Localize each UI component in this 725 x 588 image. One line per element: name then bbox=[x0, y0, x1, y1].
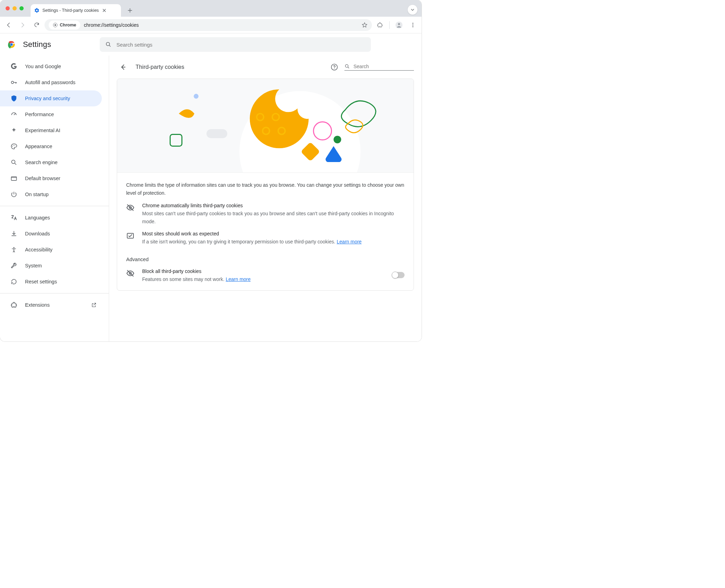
sidebar-item-label: Autofill and passwords bbox=[25, 80, 75, 85]
extensions-button[interactable] bbox=[374, 19, 386, 31]
svg-point-5 bbox=[413, 24, 414, 25]
svg-point-15 bbox=[15, 145, 15, 146]
google-g-icon bbox=[10, 63, 17, 70]
settings-search[interactable] bbox=[100, 37, 371, 52]
settings-header: Settings bbox=[0, 33, 422, 56]
svg-point-4 bbox=[413, 23, 414, 24]
gear-icon bbox=[34, 8, 40, 13]
info-should-work: Most sites should work as expected If a … bbox=[117, 229, 414, 249]
svg-rect-32 bbox=[206, 129, 227, 138]
sidebar-item-on-startup[interactable]: On startup bbox=[0, 186, 102, 202]
settings-search-input[interactable] bbox=[116, 42, 365, 48]
svg-point-14 bbox=[13, 145, 14, 146]
sidebar-item-label: Languages bbox=[25, 215, 50, 220]
sidebar-item-label: Extensions bbox=[25, 302, 50, 308]
sidebar-item-privacy-security[interactable]: Privacy and security bbox=[0, 90, 102, 106]
sidebar-item-label: On startup bbox=[25, 192, 49, 197]
chrome-logo-icon bbox=[7, 40, 16, 49]
sidebar-item-accessibility[interactable]: Accessibility bbox=[0, 242, 102, 258]
svg-point-12 bbox=[11, 81, 14, 84]
palette-icon bbox=[10, 143, 17, 150]
wrench-icon bbox=[10, 262, 17, 269]
inline-search[interactable] bbox=[344, 64, 414, 71]
sidebar-item-performance[interactable]: Performance bbox=[0, 106, 102, 122]
close-tab-button[interactable] bbox=[101, 8, 107, 13]
info-sub: Most sites can't use third-party cookies… bbox=[142, 210, 405, 225]
sidebar-item-appearance[interactable]: Appearance bbox=[0, 138, 102, 154]
open-external-icon bbox=[91, 302, 97, 308]
separator bbox=[389, 21, 390, 29]
profile-button[interactable] bbox=[393, 19, 405, 31]
address-bar[interactable]: Chrome chrome://settings/cookies bbox=[44, 19, 372, 31]
subpage-back-button[interactable] bbox=[117, 61, 129, 73]
svg-point-16 bbox=[11, 160, 15, 163]
gauge-icon bbox=[10, 111, 17, 118]
svg-point-11 bbox=[106, 42, 110, 46]
sidebar-item-default-browser[interactable]: Default browser bbox=[0, 170, 102, 186]
browser-tab[interactable]: Settings - Third-party cookies bbox=[31, 4, 121, 17]
info-title: Chrome automatically limits third-party … bbox=[142, 203, 405, 208]
svg-point-20 bbox=[334, 68, 335, 69]
search-icon bbox=[105, 41, 112, 48]
forward-button[interactable] bbox=[17, 19, 28, 31]
site-chip-label: Chrome bbox=[60, 23, 76, 27]
eye-off-icon bbox=[126, 269, 135, 277]
subpage-header: Third-party cookies bbox=[109, 56, 422, 79]
sidebar-item-extensions[interactable]: Extensions bbox=[0, 297, 102, 313]
download-icon bbox=[10, 230, 17, 237]
accessibility-icon bbox=[10, 246, 17, 253]
minimize-window-button[interactable] bbox=[13, 6, 17, 10]
tab-title: Settings - Third-party cookies bbox=[42, 8, 99, 13]
sidebar-item-autofill[interactable]: Autofill and passwords bbox=[0, 74, 102, 90]
inline-search-input[interactable] bbox=[353, 64, 414, 69]
sidebar-item-search-engine[interactable]: Search engine bbox=[0, 154, 102, 170]
intro-text: Chrome limits the type of information si… bbox=[117, 173, 414, 201]
maximize-window-button[interactable] bbox=[19, 6, 24, 10]
window-controls bbox=[4, 0, 31, 17]
learn-more-link[interactable]: Learn more bbox=[337, 239, 362, 244]
sidebar-item-languages[interactable]: Languages bbox=[0, 210, 102, 226]
info-sub: If a site isn't working, you can try giv… bbox=[142, 238, 361, 245]
advanced-section-label: Advanced bbox=[117, 249, 414, 264]
sidebar-item-experimental-ai[interactable]: Experimental AI bbox=[0, 122, 102, 138]
cookies-card: Chrome limits the type of information si… bbox=[117, 79, 414, 291]
sidebar-item-downloads[interactable]: Downloads bbox=[0, 226, 102, 242]
svg-point-30 bbox=[194, 94, 198, 99]
bookmark-star-icon[interactable] bbox=[361, 22, 368, 28]
key-icon bbox=[10, 79, 17, 86]
sidebar-item-you-and-google[interactable]: You and Google bbox=[0, 58, 102, 74]
menu-button[interactable] bbox=[407, 19, 419, 31]
sidebar-item-label: Performance bbox=[25, 112, 54, 117]
info-sub-text: If a site isn't working, you can try giv… bbox=[142, 239, 337, 244]
reset-icon bbox=[10, 278, 17, 285]
learn-more-link[interactable]: Learn more bbox=[226, 276, 251, 282]
sidebar-item-reset[interactable]: Reset settings bbox=[0, 274, 102, 290]
svg-point-3 bbox=[398, 23, 400, 25]
chrome-icon bbox=[53, 23, 58, 27]
divider bbox=[0, 206, 109, 206]
block-all-cookies-toggle[interactable] bbox=[392, 272, 405, 278]
svg-point-10 bbox=[10, 43, 13, 46]
svg-point-18 bbox=[13, 247, 14, 248]
reload-button[interactable] bbox=[31, 19, 42, 31]
close-window-button[interactable] bbox=[6, 6, 10, 10]
url-text: chrome://settings/cookies bbox=[84, 22, 139, 28]
sidebar-item-system[interactable]: System bbox=[0, 258, 102, 274]
sidebar-item-label: Default browser bbox=[25, 176, 60, 181]
block-all-cookies-row: Block all third-party cookies Features o… bbox=[117, 264, 414, 290]
help-button[interactable] bbox=[331, 63, 338, 71]
new-tab-button[interactable] bbox=[125, 6, 135, 15]
svg-rect-31 bbox=[170, 134, 182, 146]
page-title: Settings bbox=[23, 40, 51, 49]
tab-list-button[interactable] bbox=[408, 5, 417, 15]
power-icon bbox=[10, 191, 17, 198]
sidebar-item-label: Experimental AI bbox=[25, 128, 60, 133]
svg-point-13 bbox=[12, 146, 13, 147]
info-title: Most sites should work as expected bbox=[142, 231, 361, 236]
check-box-icon bbox=[126, 232, 135, 240]
sidebar-item-label: Downloads bbox=[25, 231, 50, 236]
sidebar-item-label: Search engine bbox=[25, 160, 58, 165]
site-chip[interactable]: Chrome bbox=[49, 21, 80, 30]
svg-point-21 bbox=[345, 64, 348, 67]
back-button[interactable] bbox=[3, 19, 15, 31]
